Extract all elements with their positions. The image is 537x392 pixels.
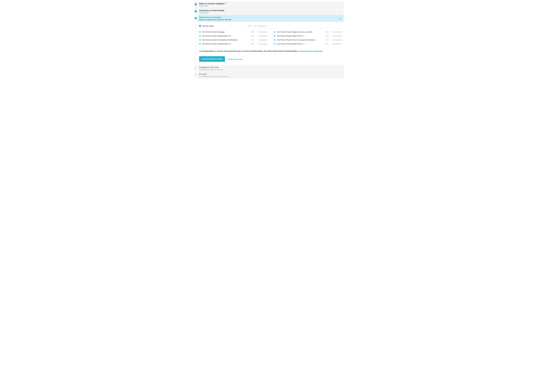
topic-row: Test Permis Fluvial | Signalisation n°21… [199, 34, 267, 38]
topic-qcount: 31 Questions [256, 31, 267, 33]
topic-pct: 12% [323, 35, 329, 37]
all-subjects-row: Tous les sujets 100% 10 / 199 Questions [199, 24, 342, 28]
check-icon [195, 4, 196, 5]
check-icon [274, 39, 275, 40]
topics-grid: Test Permis Fluvial | Balisage15%31 Ques… [199, 30, 342, 46]
topic-label: Test Permis Fluvial | Feux et marques de… [277, 39, 323, 41]
step-header-2[interactable]: Choisissez le mode d'étude Mode examen ⌄ [198, 8, 344, 15]
check-icon [274, 35, 275, 37]
check-icon [200, 31, 201, 33]
topic-label: Test Permis Fluvial | Règles de barre, p… [277, 31, 323, 33]
step-5: 5 Et voilà ! La configuration de votre q… [193, 72, 344, 79]
topic-pct: 11% [248, 35, 254, 37]
topic-label: Test Permis Fluvial | Balisage [202, 31, 248, 33]
go-back-link[interactable]: Retourner en arrière [228, 58, 243, 60]
step-title: Et voilà ! [199, 73, 228, 75]
demo-note-suffix: . [323, 50, 323, 52]
step-title: Démo ou version complète ? [199, 3, 226, 5]
topic-label: Test Permis Fluvial | Radio VHF n° 1 [277, 35, 323, 37]
topic-qcount: 22 Questions [256, 43, 267, 45]
step-subtitle: Ajoutez ou supprimez des sujets pour vot… [199, 19, 231, 20]
topic-pct: 15% [323, 31, 329, 33]
step-badge-done [195, 10, 197, 12]
check-icon [274, 43, 275, 44]
wizard: Démo ou version complète ? Version démo … [193, 0, 344, 80]
topic-pct: 12% [323, 43, 329, 45]
checkbox-all-subjects[interactable] [199, 25, 201, 27]
step-subtitle: Mode examen [199, 12, 224, 14]
topic-pct: 5% [248, 39, 254, 41]
chevron-down-icon: ⌄ [340, 4, 341, 6]
checkbox-topic[interactable] [274, 39, 276, 41]
topic-qcount: 25 Questions [330, 43, 342, 45]
topic-pct: 12% [248, 43, 254, 45]
topic-label: Test Permis Fluvial | Vocabulaire et Déf… [202, 39, 248, 41]
topic-row: Test Permis Fluvial | Signalisation n°11… [199, 42, 267, 46]
step-4: 4 Configurez votre quiz Il est temps de … [193, 65, 344, 72]
topic-label: Test Permis Fluvial | Signalisation n°2 [202, 35, 248, 37]
step-title: Choisissez le mode d'étude [199, 9, 224, 12]
step-2: Choisissez le mode d'étude Mode examen ⌄ [193, 8, 344, 15]
topic-row: Test Permis Fluvial | Radio VHF n° 112%2… [274, 34, 342, 38]
step-3: 3 Sélectionner les thèmes Ajoutez ou sup… [193, 15, 344, 65]
step-header-4[interactable]: Configurez votre quiz Il est temps de co… [198, 65, 344, 72]
topic-row: Test Permis Fluvial | Radio VHF n° 212%2… [274, 42, 342, 46]
step-badge-current: 3 [195, 17, 197, 19]
chevron-down-icon: ⌄ [340, 11, 341, 12]
topic-qcount: 21 Questions [256, 35, 267, 37]
signup-link[interactable]: inscrivez-vous dès maintenant! [299, 50, 323, 52]
topic-row: Test Permis Fluvial | Règles de barre, p… [274, 30, 342, 34]
topic-label: Test Permis Fluvial | Radio VHF n° 2 [277, 43, 323, 45]
save-and-continue-button[interactable]: SAUVEGARDER ET SUIVRE [199, 56, 225, 62]
check-icon [274, 31, 275, 33]
all-subjects-pct: 100% [245, 25, 252, 27]
step-number: 3 [195, 17, 196, 19]
topic-qcount: 36 Questions [330, 39, 342, 41]
topic-qcount: 8 Questions [256, 39, 267, 41]
checkbox-topic[interactable] [199, 31, 201, 33]
demo-note: Les fonctionnalités ne sont pas personna… [199, 50, 342, 52]
actions-row: SAUVEGARDER ET SUIVRE Retourner en arriè… [199, 56, 342, 62]
topic-row: Test Permis Fluvial | Balisage15%31 Ques… [199, 30, 267, 34]
step-header-1[interactable]: Démo ou version complète ? Version démo … [198, 1, 344, 8]
checkbox-topic[interactable] [199, 43, 201, 45]
step-badge-pending: 4 [195, 67, 197, 69]
checkbox-topic[interactable] [274, 31, 276, 33]
step-subtitle: Il est temps de configurer votre quiz ! [199, 69, 224, 70]
check-icon [195, 11, 196, 12]
check-icon [200, 35, 201, 37]
topic-qcount: 31 Questions [330, 31, 342, 33]
step-subtitle: La configuration de votre quiz est termi… [199, 76, 228, 77]
check-icon [200, 39, 201, 40]
step-title: Sélectionner les thèmes [199, 16, 231, 19]
all-subjects-qcount: 10 / 199 Questions [254, 25, 271, 27]
step-number: 5 [195, 74, 196, 76]
topic-qcount: 25 Questions [330, 35, 342, 37]
step-number: 4 [195, 67, 196, 69]
checkbox-topic[interactable] [199, 39, 201, 41]
step-title: Configurez votre quiz [199, 66, 224, 69]
check-icon [200, 43, 201, 44]
topic-row: Test Permis Fluvial | Feux et marques de… [274, 38, 342, 42]
topics-col-right: Test Permis Fluvial | Règles de barre, p… [274, 30, 342, 46]
step-header-3[interactable]: Sélectionner les thèmes Ajoutez ou suppr… [198, 15, 344, 22]
step-1: Démo ou version complète ? Version démo … [193, 1, 344, 8]
step-connector [196, 15, 196, 65]
step-subtitle: Version démo [199, 5, 226, 7]
topic-pct: 15% [248, 31, 254, 33]
demo-note-prefix: Les fonctionnalités ne sont pas personna… [199, 50, 299, 52]
chevron-right-icon: ❯ [340, 18, 341, 19]
all-subjects-label: Tous les sujets [202, 25, 245, 27]
topic-label: Test Permis Fluvial | Signalisation n°1 [202, 43, 248, 45]
topics-col-left: Test Permis Fluvial | Balisage15%31 Ques… [199, 30, 267, 46]
checkbox-topic[interactable] [274, 35, 276, 37]
checkbox-topic[interactable] [199, 35, 201, 37]
step-badge-pending: 5 [195, 74, 197, 76]
step-body-3: Tous les sujets 100% 10 / 199 Questions … [198, 22, 344, 65]
step-header-5[interactable]: Et voilà ! La configuration de votre qui… [198, 72, 344, 79]
checkbox-topic[interactable] [274, 43, 276, 45]
topic-pct: 18% [323, 39, 329, 41]
check-icon [200, 25, 201, 27]
step-badge-done [195, 3, 197, 6]
topic-row: Test Permis Fluvial | Vocabulaire et Déf… [199, 38, 267, 42]
